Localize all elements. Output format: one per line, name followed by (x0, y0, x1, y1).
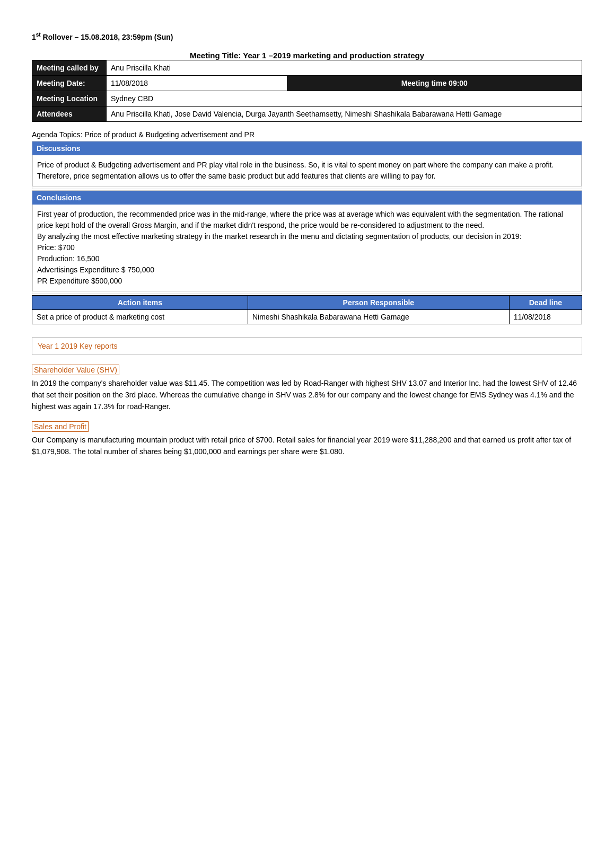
attendees-label: Attendees (32, 106, 107, 121)
location-label: Meeting Location (32, 91, 107, 106)
called-by-value: Anu Priscilla Khati (107, 60, 582, 75)
shv-text: In 2019 the company's shareholder value … (32, 377, 582, 413)
date-label: Meeting Date: (32, 75, 107, 91)
shv-heading: Shareholder Value (SHV) (32, 365, 119, 375)
sales-text: Our Company is manufacturing mountain pr… (32, 434, 582, 458)
rollover-text: Rollover – 15.08.2018, 23:59pm (Sun) (41, 33, 173, 41)
meeting-location-row: Meeting Location Sydney CBD (32, 91, 582, 106)
attendees-row: Attendees Anu Priscilla Khati, Jose Davi… (32, 106, 582, 121)
location-value: Sydney CBD (107, 91, 582, 106)
action-items-row: Set a price of product & marketing cost … (32, 309, 582, 324)
key-reports-label: Year 1 2019 Key reports (38, 342, 117, 350)
key-reports-box: Year 1 2019 Key reports (32, 337, 582, 355)
meeting-title: Meeting Title: Year 1 –2019 marketing an… (32, 51, 582, 60)
conclusions-section: Conclusions First year of production, th… (32, 190, 582, 294)
conclusions-header: Conclusions (32, 191, 582, 205)
action-item-text: Set a price of product & marketing cost (32, 309, 248, 324)
discussions-header: Discussions (32, 141, 582, 155)
called-by-label: Meeting called by (32, 60, 107, 75)
rollover-number: 1 (32, 33, 36, 41)
rollover-superscript: st (36, 32, 41, 38)
meeting-info-table: Meeting called by Anu Priscilla Khati Me… (32, 60, 582, 122)
action-items-table: Action items Person Responsible Dead lin… (32, 295, 582, 324)
action-items-header-row: Action items Person Responsible Dead lin… (32, 295, 582, 309)
sales-heading: Sales and Profit (32, 421, 89, 432)
action-item-deadline: 11/08/2018 (509, 309, 582, 324)
deadline-col-header: Dead line (509, 295, 582, 309)
shv-section: Shareholder Value (SHV) In 2019 the comp… (32, 366, 582, 413)
discussions-section: Discussions Price of product & Budgeting… (32, 141, 582, 189)
meeting-called-by-row: Meeting called by Anu Priscilla Khati (32, 60, 582, 75)
action-item-person: Nimeshi Shashikala Babarawana Hetti Gama… (248, 309, 509, 324)
date-value: 11/08/2018 (107, 75, 287, 91)
conclusions-text: First year of production, the recommende… (37, 210, 563, 285)
sales-section: Sales and Profit Our Company is manufact… (32, 422, 582, 458)
attendees-value: Anu Priscilla Khati, Jose David Valencia… (107, 106, 582, 121)
rollover-heading: 1st Rollover – 15.08.2018, 23:59pm (Sun) (32, 32, 582, 41)
person-col-header: Person Responsible (248, 295, 509, 309)
conclusions-content: First year of production, the recommende… (32, 205, 582, 291)
action-col-header: Action items (32, 295, 248, 309)
time-label: Meeting time 09:00 (287, 75, 582, 91)
discussions-content: Price of product & Budgeting advertiseme… (32, 155, 582, 187)
agenda-topics: Agenda Topics: Price of product & Budget… (32, 130, 582, 139)
meeting-date-row: Meeting Date: 11/08/2018 Meeting time 09… (32, 75, 582, 91)
